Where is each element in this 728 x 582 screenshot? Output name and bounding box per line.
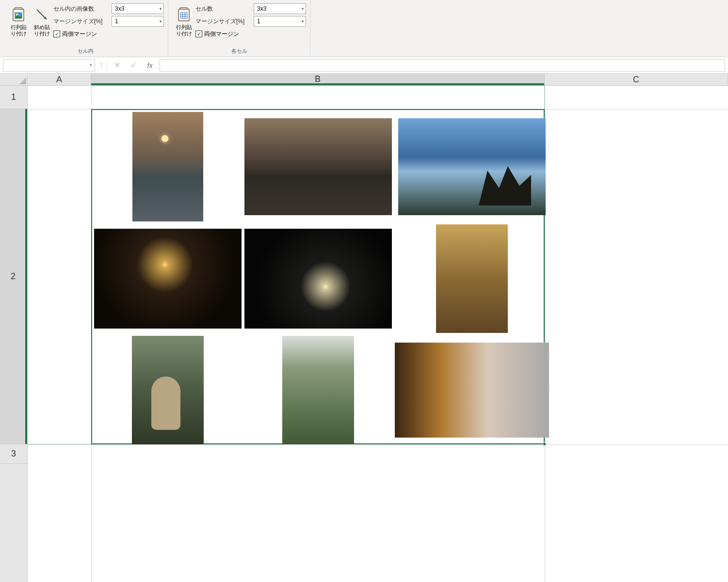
images-per-cell-combo[interactable]: 3x3 ▼ bbox=[112, 3, 164, 14]
image-moon-orange[interactable] bbox=[94, 229, 242, 329]
checkbox-label: 両側マージン bbox=[204, 30, 239, 38]
accept-formula-button: ✓ bbox=[127, 59, 140, 72]
button-label: 行列貼 り付け bbox=[11, 24, 27, 37]
clipboard-grid-icon bbox=[176, 7, 192, 22]
column-headers: A B C bbox=[28, 74, 728, 86]
svg-point-3 bbox=[16, 14, 18, 16]
combo-value: 1 bbox=[115, 18, 118, 25]
ribbon-group-label-2: 各セル bbox=[172, 47, 306, 57]
paste-rowcol-button-1[interactable]: 行列貼 り付け bbox=[7, 2, 30, 41]
ribbon-toolbar: 行列貼 り付け 斜め貼 り付け セル内の画像数 3x3 ▼ マージンサイズ[%] bbox=[0, 0, 728, 57]
image-evening-street[interactable] bbox=[395, 343, 549, 438]
paste-diagonal-button[interactable]: 斜め貼 り付け bbox=[30, 2, 53, 41]
expand-dots-icon[interactable]: ⋮ bbox=[98, 62, 104, 69]
ribbon-group-label-1: セル内 bbox=[7, 47, 164, 57]
ribbon-group-cell-inside: 行列貼 り付け 斜め貼 り付け セル内の画像数 3x3 ▼ マージンサイズ[%] bbox=[3, 0, 168, 57]
row-headers: 1 2 3 bbox=[0, 86, 28, 582]
clipboard-image-icon bbox=[11, 7, 26, 22]
chevron-down-icon: ▼ bbox=[89, 63, 93, 67]
checkbox-icon: ✓ bbox=[53, 31, 60, 37]
row-header-1[interactable]: 1 bbox=[0, 86, 27, 109]
cell-count-combo[interactable]: 3x3 ▼ bbox=[254, 3, 306, 14]
chevron-down-icon: ▼ bbox=[301, 19, 305, 24]
both-margin-checkbox-1[interactable]: ✓ 両側マージン bbox=[53, 30, 97, 38]
chevron-down-icon: ▼ bbox=[159, 7, 162, 11]
column-header-B[interactable]: B bbox=[91, 74, 545, 85]
images-per-cell-label: セル内の画像数 bbox=[53, 5, 112, 13]
combo-value: 3x3 bbox=[115, 5, 124, 12]
image-cherub-statue[interactable] bbox=[132, 336, 204, 444]
checkbox-label: 両側マージン bbox=[62, 30, 97, 38]
insert-function-button[interactable]: fx bbox=[143, 59, 157, 72]
image-sunset-portrait[interactable] bbox=[132, 112, 203, 221]
ribbon-group-each-cell: 行列貼 り付け セル数 3x3 ▼ マージンサイズ[%] 1 ▼ bbox=[168, 0, 310, 57]
diagonal-arrow-icon bbox=[34, 7, 49, 22]
formula-input[interactable] bbox=[160, 59, 725, 72]
cell-count-label: セル数 bbox=[195, 5, 254, 13]
button-label: 斜め貼 り付け bbox=[34, 24, 50, 37]
row-header-2[interactable]: 2 bbox=[0, 109, 27, 444]
margin-size-combo-2[interactable]: 1 ▼ bbox=[254, 16, 306, 27]
margin-size-combo-1[interactable]: 1 ▼ bbox=[112, 16, 164, 27]
name-box[interactable]: ▼ bbox=[3, 59, 95, 72]
row-header-3[interactable]: 3 bbox=[0, 444, 27, 464]
margin-size-label-2: マージンサイズ[%] bbox=[195, 17, 254, 26]
image-indoor-warm[interactable] bbox=[436, 224, 508, 333]
chevron-down-icon: ▼ bbox=[159, 19, 162, 24]
margin-size-label-1: マージンサイズ[%] bbox=[53, 17, 112, 26]
column-header-C[interactable]: C bbox=[545, 74, 728, 85]
divider bbox=[107, 60, 107, 71]
select-all-corner[interactable] bbox=[0, 74, 28, 86]
image-grid-3x3 bbox=[92, 110, 544, 443]
gridline bbox=[28, 109, 728, 110]
image-sunset-wide[interactable] bbox=[244, 118, 392, 215]
fx-icon: fx bbox=[147, 62, 153, 69]
gridline bbox=[91, 86, 92, 582]
column-header-A[interactable]: A bbox=[28, 74, 91, 85]
both-margin-checkbox-2[interactable]: ✓ 両側マージン bbox=[195, 30, 239, 38]
cells-canvas[interactable] bbox=[28, 86, 728, 582]
image-moon-clouds[interactable] bbox=[244, 229, 392, 329]
formula-bar: ▼ ⋮ ✕ ✓ fx bbox=[0, 57, 728, 74]
paste-rowcol-button-2[interactable]: 行列貼 り付け bbox=[172, 2, 195, 41]
checkbox-icon: ✓ bbox=[195, 31, 202, 37]
spreadsheet-grid[interactable]: A B C 1 2 3 bbox=[0, 74, 728, 582]
cancel-formula-button: ✕ bbox=[110, 59, 124, 72]
svg-rect-7 bbox=[180, 13, 187, 18]
image-ocean-rocks[interactable] bbox=[398, 118, 546, 215]
close-icon: ✕ bbox=[114, 61, 120, 70]
chevron-down-icon: ▼ bbox=[301, 7, 305, 11]
combo-value: 3x3 bbox=[257, 5, 266, 12]
check-icon: ✓ bbox=[130, 61, 137, 70]
image-forest-path[interactable] bbox=[282, 336, 354, 444]
combo-value: 1 bbox=[257, 18, 260, 25]
button-label: 行列貼 り付け bbox=[176, 24, 192, 37]
gridline bbox=[28, 444, 728, 445]
